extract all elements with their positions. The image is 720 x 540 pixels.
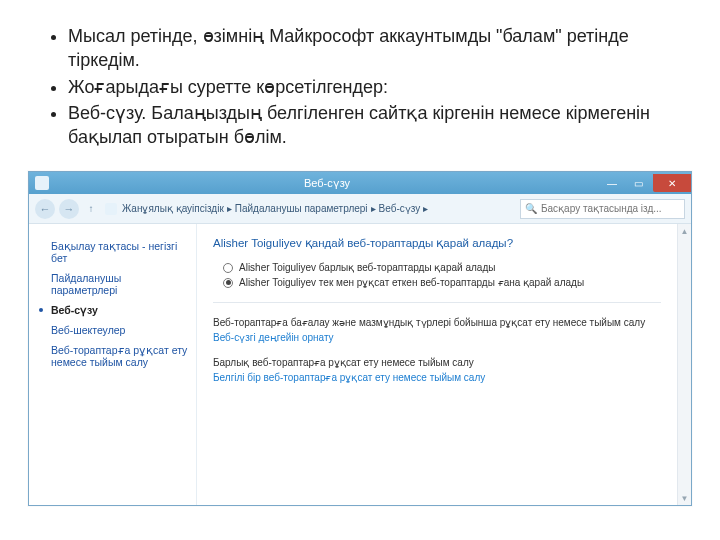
allow-block-sites-link[interactable]: Белгілі бір веб-тораптарға рұқсат ету не… [213, 372, 661, 383]
app-window: Веб-сүзу — ▭ ✕ ← → ↑ Жанұялық қауіпсізді… [28, 171, 692, 506]
up-button[interactable]: ↑ [83, 201, 99, 217]
scroll-track[interactable] [678, 238, 691, 491]
scroll-down-icon[interactable]: ▼ [678, 491, 691, 505]
set-filter-level-link[interactable]: Веб-сүзгі деңгейін орнату [213, 332, 661, 343]
chevron-right-icon: ▸ [423, 203, 428, 214]
minimize-button[interactable]: — [599, 174, 625, 192]
crumb-1[interactable]: Жанұялық қауіпсіздік [122, 203, 224, 214]
crumb-2[interactable]: Пайдаланушы параметрлері [235, 203, 368, 214]
crumb-3[interactable]: Веб-сүзу [379, 203, 421, 214]
shield-icon [105, 203, 117, 215]
body-area: Бақылау тақтасы - негізгі бет Пайдалануш… [29, 224, 691, 505]
sidebar-item-web-filter[interactable]: Веб-сүзу [43, 300, 188, 320]
sidebar-item-user-params[interactable]: Пайдаланушы параметрлері [43, 268, 188, 300]
back-button[interactable]: ← [35, 199, 55, 219]
section-all-sites: Барлық веб-тораптарға рұқсат ету немесе … [213, 357, 661, 383]
bullet-3: Веб-сүзу. Балаңыздың белгіленген сайтқа … [68, 101, 670, 150]
sidebar: Бақылау тақтасы - негізгі бет Пайдалануш… [29, 224, 197, 505]
radio-row-all[interactable]: Alisher Toiguliyev барлық веб-тораптарды… [213, 260, 661, 275]
search-input[interactable] [541, 203, 680, 214]
section-label: Барлық веб-тораптарға рұқсат ету немесе … [213, 357, 661, 368]
close-button[interactable]: ✕ [653, 174, 691, 192]
radio-row-allowed[interactable]: Alisher Toiguliyev тек мен рұқсат еткен … [213, 275, 661, 290]
sidebar-item-web-limits[interactable]: Веб-шектеулер [43, 320, 188, 340]
radio-icon[interactable] [223, 263, 233, 273]
chevron-right-icon: ▸ [227, 203, 232, 214]
window-title: Веб-сүзу [55, 177, 599, 190]
toolbar: ← → ↑ Жанұялық қауіпсіздік ▸ Пайдаланушы… [29, 194, 691, 224]
titlebar: Веб-сүзу — ▭ ✕ [29, 172, 691, 194]
content-pane: Alisher Toiguliyev қандай веб-тораптарды… [197, 224, 677, 505]
section-rating: Веб-тораптарға бағалау және мазмұндық тү… [213, 317, 661, 343]
window-controls: — ▭ ✕ [599, 174, 691, 192]
scroll-up-icon[interactable]: ▲ [678, 224, 691, 238]
search-icon: 🔍 [525, 203, 537, 214]
scrollbar[interactable]: ▲ ▼ [677, 224, 691, 505]
content-heading: Alisher Toiguliyev қандай веб-тораптарды… [213, 236, 661, 250]
breadcrumb[interactable]: Жанұялық қауіпсіздік ▸ Пайдаланушы парам… [103, 203, 516, 215]
forward-button[interactable]: → [59, 199, 79, 219]
sidebar-item-allow-block[interactable]: Веб-тораптарға рұқсат ету немесе тыйым с… [43, 340, 188, 372]
sidebar-item-dashboard[interactable]: Бақылау тақтасы - негізгі бет [43, 236, 188, 268]
divider [213, 302, 661, 303]
radio-label-allowed: Alisher Toiguliyev тек мен рұқсат еткен … [239, 277, 584, 288]
app-icon [35, 176, 49, 190]
search-box[interactable]: 🔍 [520, 199, 685, 219]
slide-bullets: Мысал ретінде, өзімнің Майкрософт аккаун… [0, 0, 720, 165]
section-label: Веб-тораптарға бағалау және мазмұндық тү… [213, 317, 661, 328]
radio-label-all: Alisher Toiguliyev барлық веб-тораптарды… [239, 262, 495, 273]
chevron-right-icon: ▸ [371, 203, 376, 214]
bullet-1: Мысал ретінде, өзімнің Майкрософт аккаун… [68, 24, 670, 73]
radio-icon[interactable] [223, 278, 233, 288]
maximize-button[interactable]: ▭ [625, 174, 651, 192]
bullet-2: Жоғарыдағы суретте көрсетілгендер: [68, 75, 670, 99]
